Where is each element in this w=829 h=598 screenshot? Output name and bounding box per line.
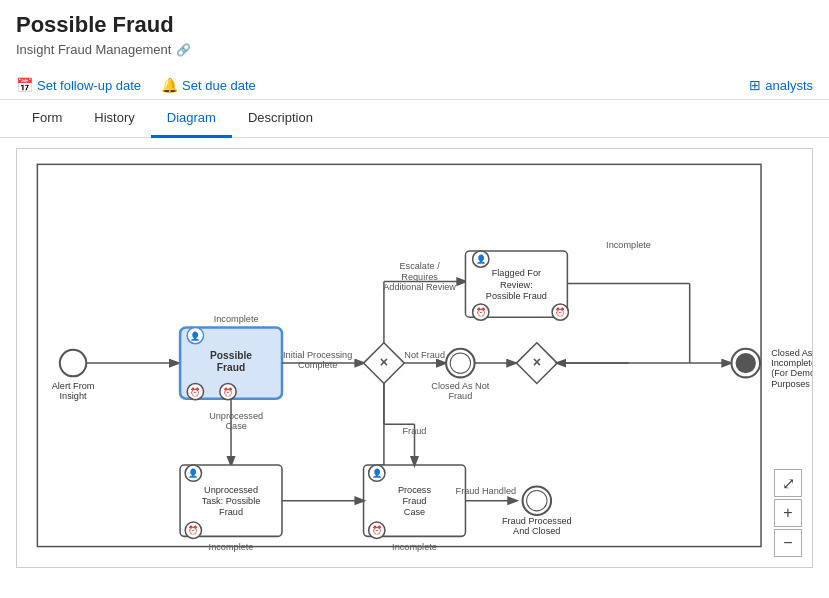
subtitle-text: Insight Fraud Management [16,42,171,57]
svg-text:Insight: Insight [60,391,87,401]
svg-text:Unprocessed: Unprocessed [204,485,258,495]
svg-text:Escalate /: Escalate / [399,261,440,271]
svg-text:Incomplete: Incomplete [606,240,651,250]
svg-text:Incomplete: Incomplete [214,314,259,324]
svg-text:Closed As: Closed As [771,348,812,358]
svg-text:Case: Case [404,507,425,517]
svg-point-75 [527,491,547,511]
svg-text:👤: 👤 [190,331,201,342]
svg-text:×: × [380,354,388,370]
svg-text:Fraud Handled: Fraud Handled [456,486,517,496]
tab-form[interactable]: Form [16,100,78,138]
svg-text:Incomplete: Incomplete [392,542,437,552]
svg-text:Task: Possible: Task: Possible [202,496,261,506]
calendar-icon: 📅 [16,77,33,93]
tabs: Form History Diagram Description [0,100,829,138]
zoom-fit-button[interactable]: ⤢ [774,469,802,497]
bell-icon: 🔔 [161,77,178,93]
page-header: Possible Fraud Insight Fraud Management … [0,0,829,71]
svg-text:⏰: ⏰ [190,387,201,398]
toolbar: 📅 Set follow-up date 🔔 Set due date ⊞ an… [0,71,829,100]
svg-text:Additional Review: Additional Review [383,282,456,292]
svg-text:Fraud Processed: Fraud Processed [502,516,572,526]
svg-text:Unprocessed: Unprocessed [209,411,263,421]
svg-point-44 [736,353,756,373]
due-date-label: Set due date [182,78,256,93]
svg-text:⏰: ⏰ [223,387,234,398]
alert-label: Alert From [52,381,95,391]
svg-text:Case: Case [225,421,246,431]
external-link-icon[interactable]: 🔗 [176,43,191,57]
follow-up-date-button[interactable]: 📅 Set follow-up date [16,77,141,93]
svg-text:👤: 👤 [188,468,199,479]
tab-diagram[interactable]: Diagram [151,100,232,138]
svg-text:⏰: ⏰ [372,525,383,536]
tab-history[interactable]: History [78,100,150,138]
due-date-button[interactable]: 🔔 Set due date [161,77,256,93]
svg-text:Initial Processing: Initial Processing [283,350,352,360]
tab-description[interactable]: Description [232,100,329,138]
svg-text:👤: 👤 [476,254,487,265]
svg-text:👤: 👤 [372,468,383,479]
svg-text:Purposes Only): Purposes Only) [771,379,812,389]
analysts-label: analysts [765,78,813,93]
svg-text:Process: Process [398,485,431,495]
svg-text:And Closed: And Closed [513,526,560,536]
diagram-svg: Alert From Insight 👤 ⏰ ⏰ Possible Fraud … [17,149,812,567]
zoom-out-button[interactable]: − [774,529,802,557]
svg-text:⏰: ⏰ [476,307,487,318]
start-event [60,350,87,377]
svg-text:Complete: Complete [298,360,337,370]
svg-text:Incomplete: Incomplete [771,358,812,368]
svg-text:Requires: Requires [401,272,438,282]
toolbar-right: ⊞ analysts [749,77,813,93]
svg-text:×: × [533,354,541,370]
svg-text:Flagged For: Flagged For [492,268,541,278]
svg-text:Not Fraud: Not Fraud [404,350,445,360]
svg-text:(For Demo: (For Demo [771,368,812,378]
grid-icon: ⊞ [749,77,761,93]
svg-text:Fraud: Fraud [217,362,245,373]
svg-text:Incomplete: Incomplete [209,542,254,552]
page-subtitle: Insight Fraud Management 🔗 [16,42,813,57]
diagram-container: Alert From Insight 👤 ⏰ ⏰ Possible Fraud … [16,148,813,568]
svg-text:Fraud: Fraud [403,496,427,506]
zoom-controls: ⤢ + − [774,469,802,557]
page-title: Possible Fraud [16,12,813,38]
follow-up-label: Set follow-up date [37,78,141,93]
svg-text:⏰: ⏰ [555,307,566,318]
analysts-button[interactable]: ⊞ analysts [749,77,813,93]
svg-text:Review:: Review: [500,280,533,290]
svg-text:Fraud: Fraud [448,391,472,401]
zoom-in-button[interactable]: + [774,499,802,527]
svg-point-21 [450,353,470,373]
svg-text:Possible: Possible [210,350,252,361]
svg-text:Fraud: Fraud [219,507,243,517]
svg-text:Possible Fraud: Possible Fraud [486,291,547,301]
svg-text:Closed As Not: Closed As Not [431,381,489,391]
svg-text:⏰: ⏰ [188,525,199,536]
